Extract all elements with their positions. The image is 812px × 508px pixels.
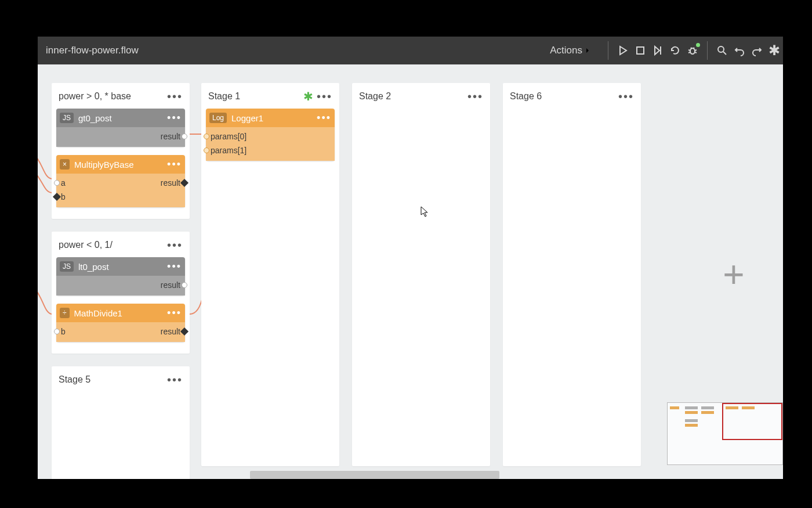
svg-line-10	[723, 52, 726, 55]
stage-power-gt0[interactable]: power > 0, * base ••• JS gt0_post ••• re…	[52, 83, 190, 219]
input-port-params0[interactable]	[204, 134, 209, 139]
redo-button[interactable]	[748, 42, 766, 59]
canvas[interactable]: power > 0, * base ••• JS gt0_post ••• re…	[38, 64, 783, 479]
stage-2[interactable]: Stage 2 •••	[352, 83, 490, 466]
svg-line-4	[695, 50, 697, 51]
actions-menu[interactable]: Actions	[550, 45, 590, 56]
port-label-params1: params[1]	[211, 146, 246, 155]
node-math-divide[interactable]: ÷ MathDivide1 ••• b result	[56, 304, 185, 342]
node-logger1[interactable]: Log Logger1 ••• params[0] params[1]	[206, 109, 335, 161]
minimap-viewport[interactable]	[722, 403, 782, 440]
star-modified-icon[interactable]: ✱	[766, 42, 783, 59]
port-label-result: result	[161, 327, 180, 336]
toolbar: inner-flow-power.flow Actions	[38, 37, 783, 64]
stage-title: power < 0, 1/	[59, 240, 113, 250]
node-badge-log: Log	[209, 113, 227, 123]
restart-button[interactable]	[666, 42, 684, 59]
input-port-b[interactable]	[54, 329, 60, 334]
node-menu[interactable]: •••	[167, 307, 182, 319]
port-label-result: result	[161, 132, 180, 141]
play-button[interactable]	[614, 42, 632, 59]
svg-point-9	[718, 46, 724, 52]
stage-menu[interactable]: •••	[467, 91, 483, 102]
app-window: inner-flow-power.flow Actions	[38, 37, 783, 479]
port-label-result: result	[161, 280, 180, 290]
node-badge-js: JS	[60, 261, 74, 272]
node-name: MathDivide1	[74, 308, 122, 318]
file-title: inner-flow-power.flow	[38, 45, 139, 56]
port-label-a: a	[61, 178, 66, 188]
stage-1[interactable]: Stage 1 ✱ ••• Log Logger1 •••	[201, 83, 339, 466]
toolbar-separator	[608, 41, 608, 60]
output-port[interactable]	[182, 282, 187, 288]
step-button[interactable]	[649, 42, 666, 59]
stage-title: Stage 1	[208, 91, 240, 102]
output-port[interactable]	[180, 179, 188, 187]
stage-menu[interactable]: •••	[317, 91, 332, 102]
node-menu[interactable]: •••	[317, 112, 331, 124]
node-badge-mul: ×	[60, 159, 70, 170]
node-multiply-by-base[interactable]: × MultiplyByBase ••• a result	[56, 155, 185, 207]
node-badge-div: ÷	[60, 308, 70, 318]
stage-menu[interactable]: •••	[618, 91, 634, 102]
stage-menu[interactable]: •••	[167, 374, 183, 385]
stop-button[interactable]	[632, 42, 649, 59]
toolbar-separator	[707, 41, 708, 60]
output-port[interactable]	[180, 327, 188, 336]
svg-line-6	[695, 52, 697, 53]
port-label-b: b	[61, 192, 66, 201]
node-lt0-post[interactable]: JS lt0_post ••• result	[56, 257, 185, 296]
stage-active-indicator: ✱	[303, 89, 313, 103]
node-name: MultiplyByBase	[74, 160, 134, 170]
input-port-a[interactable]	[54, 180, 60, 186]
svg-point-2	[690, 48, 695, 54]
horizontal-scrollbar[interactable]	[250, 471, 499, 479]
port-label-params0: params[0]	[211, 132, 246, 141]
input-port-b[interactable]	[53, 193, 61, 201]
input-port-params1[interactable]	[204, 147, 209, 153]
stage-menu[interactable]: •••	[167, 91, 183, 102]
stage-5[interactable]: Stage 5 •••	[52, 366, 190, 479]
node-name: lt0_post	[78, 262, 109, 272]
node-menu[interactable]: •••	[167, 112, 182, 124]
plus-icon: +	[723, 253, 744, 296]
node-gt0-post[interactable]: JS gt0_post ••• result	[56, 109, 185, 147]
port-label-b: b	[61, 327, 66, 336]
svg-rect-0	[637, 47, 644, 54]
debug-button[interactable]	[684, 42, 701, 59]
node-name: Logger1	[231, 113, 263, 123]
svg-line-7	[691, 48, 692, 49]
stage-title: power > 0, * base	[59, 91, 131, 102]
stage-power-lt0[interactable]: power < 0, 1/ ••• JS lt0_post ••• result	[52, 232, 190, 354]
svg-line-3	[688, 50, 690, 51]
stage-title: Stage 5	[59, 374, 90, 385]
chevron-right-icon	[585, 46, 590, 55]
output-port[interactable]	[182, 134, 187, 139]
undo-button[interactable]	[731, 42, 748, 59]
search-button[interactable]	[713, 42, 731, 59]
node-menu[interactable]: •••	[167, 261, 182, 273]
minimap[interactable]	[667, 402, 783, 465]
svg-line-8	[693, 48, 694, 49]
svg-line-5	[688, 52, 690, 53]
stage-6[interactable]: Stage 6 •••	[503, 83, 641, 466]
stage-title: Stage 6	[510, 91, 542, 102]
port-label-result: result	[161, 178, 180, 188]
stage-title: Stage 2	[359, 91, 391, 102]
stage-menu[interactable]: •••	[167, 239, 183, 251]
actions-label: Actions	[550, 45, 582, 56]
node-menu[interactable]: •••	[167, 158, 182, 171]
node-badge-js: JS	[60, 113, 74, 123]
node-name: gt0_post	[78, 113, 112, 123]
